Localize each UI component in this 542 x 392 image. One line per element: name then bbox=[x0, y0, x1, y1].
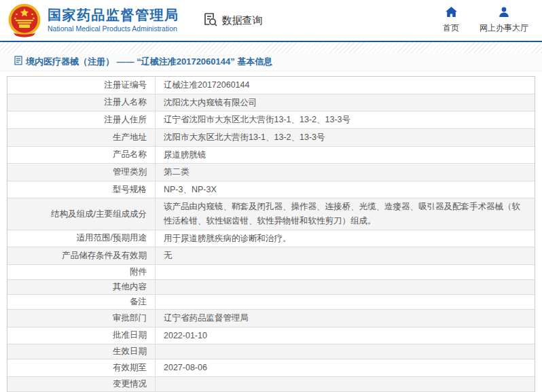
row-value: 沈阳沈大内窥镜有限公司 bbox=[156, 94, 535, 111]
table-row: 产品储存条件及有效期无 bbox=[7, 247, 535, 265]
row-label: 审批部门 bbox=[7, 310, 156, 327]
breadcrumb: 境内医疗器械（注册） —— “辽械注准20172060144” 基本信息 bbox=[0, 53, 542, 71]
document-icon bbox=[14, 56, 22, 68]
table-row: 变更情况 bbox=[7, 377, 535, 392]
table-row: 附件 bbox=[7, 265, 535, 280]
nav-service-hall[interactable]: 网上办事大厅 bbox=[480, 7, 528, 34]
table-row: 审批部门辽宁省药品监督管理局 bbox=[7, 310, 535, 327]
row-value bbox=[156, 344, 535, 359]
data-query-label: 数据查询 bbox=[222, 14, 263, 27]
row-label: 附件 bbox=[7, 265, 156, 279]
data-query-nav[interactable]: 数据查询 bbox=[202, 12, 263, 30]
row-value: 辽宁省沈阳市大东区北大营街13-1、13-2、13-3号 bbox=[156, 111, 535, 128]
row-label: 有效期至 bbox=[7, 359, 156, 376]
row-value: 用于尿道膀胱疾病的诊断和治疗。 bbox=[156, 230, 535, 247]
row-label: 其他内容 bbox=[7, 280, 156, 294]
registration-table: 注册证编号辽械注准20172060144注册人名称沈阳沈大内窥镜有限公司注册人住… bbox=[7, 76, 535, 392]
table-row: 注册证编号辽械注准20172060144 bbox=[7, 77, 535, 94]
org-name-en: National Medical Products Administration bbox=[48, 24, 179, 33]
row-label: 变更情况 bbox=[7, 377, 156, 391]
row-label: 生效日期 bbox=[7, 344, 156, 359]
row-value: 2027-08-06 bbox=[156, 359, 535, 376]
row-value bbox=[156, 280, 535, 294]
top-nav: 首页 网上办事大厅 bbox=[443, 7, 532, 34]
row-value: 尿道膀胱镜 bbox=[156, 147, 535, 164]
row-label: 注册证编号 bbox=[7, 77, 156, 94]
stripe-band bbox=[0, 42, 542, 53]
row-label: 型号规格 bbox=[7, 181, 156, 198]
page-title: 境内医疗器械（注册） —— “辽械注准20172060144” 基本信息 bbox=[26, 56, 272, 68]
table-row: 有效期至2027-08-06 bbox=[7, 359, 535, 377]
org-name-cn: 国家药品监督管理局 bbox=[48, 7, 179, 23]
table-row: 注册人名称沈阳沈大内窥镜有限公司 bbox=[7, 94, 535, 112]
row-value: 辽宁省药品监督管理局 bbox=[156, 310, 535, 327]
row-value: 第二类 bbox=[156, 164, 535, 181]
table-row: 备注 bbox=[7, 295, 535, 310]
row-value: 2022-01-10 bbox=[156, 327, 535, 344]
nav-hall-label: 网上办事大厅 bbox=[480, 22, 528, 34]
row-value bbox=[156, 295, 535, 309]
table-row: 其他内容 bbox=[7, 280, 535, 295]
row-value bbox=[156, 377, 535, 391]
home-icon bbox=[446, 7, 457, 20]
row-label: 产品名称 bbox=[7, 147, 156, 164]
row-label: 生产地址 bbox=[7, 129, 156, 146]
table-row: 管理类别第二类 bbox=[7, 164, 535, 181]
row-value: 该产品由内窥镜、鞘套及闭孔器、操作器、连接桥、光缆、造瘘器、吸引器及配套手术器械… bbox=[156, 198, 535, 229]
row-label: 注册人住所 bbox=[7, 111, 156, 128]
row-label: 管理类别 bbox=[7, 164, 156, 181]
table-row: 产品名称尿道膀胱镜 bbox=[7, 147, 535, 164]
nmpa-emblem-logo bbox=[7, 3, 42, 38]
row-label: 备注 bbox=[7, 295, 156, 309]
row-label: 适用范围/预期用途 bbox=[7, 230, 156, 247]
row-value bbox=[156, 265, 535, 279]
table-row: 批准日期2022-01-10 bbox=[7, 327, 535, 345]
table-row: 生产地址沈阳市大东区北大营街13-1、13-2、13-3号 bbox=[7, 129, 535, 147]
row-value: 沈阳市大东区北大营街13-1、13-2、13-3号 bbox=[156, 129, 535, 146]
person-icon bbox=[499, 7, 509, 20]
document-search-icon bbox=[202, 12, 218, 30]
nav-home[interactable]: 首页 bbox=[443, 7, 459, 34]
row-label: 注册人名称 bbox=[7, 94, 156, 111]
row-value: 无 bbox=[156, 247, 535, 264]
table-row: 结构及组成/主要组成成分该产品由内窥镜、鞘套及闭孔器、操作器、连接桥、光缆、造瘘… bbox=[7, 198, 535, 230]
row-value: NP-3、NP-3X bbox=[156, 181, 535, 198]
table-row: 注册人住所辽宁省沈阳市大东区北大营街13-1、13-2、13-3号 bbox=[7, 111, 535, 129]
org-title-block: 国家药品监督管理局 National Medical Products Admi… bbox=[48, 7, 179, 33]
row-label: 产品储存条件及有效期 bbox=[7, 247, 156, 264]
nav-home-label: 首页 bbox=[443, 22, 459, 34]
table-row: 适用范围/预期用途用于尿道膀胱疾病的诊断和治疗。 bbox=[7, 230, 535, 248]
table-row: 型号规格NP-3、NP-3X bbox=[7, 181, 535, 199]
site-header: 国家药品监督管理局 National Medical Products Admi… bbox=[0, 0, 542, 42]
row-label: 结构及组成/主要组成成分 bbox=[7, 198, 156, 229]
row-value: 辽械注准20172060144 bbox=[156, 77, 535, 94]
row-label: 批准日期 bbox=[7, 327, 156, 344]
table-row: 生效日期 bbox=[7, 344, 535, 359]
